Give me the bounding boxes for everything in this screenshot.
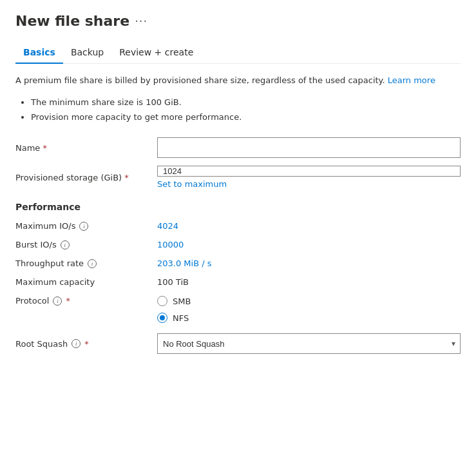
- root-squash-select[interactable]: No Root Squash Root Squash All Squash: [157, 333, 461, 354]
- protocol-required: *: [66, 296, 70, 306]
- perf-value-throughput: 203.0 MiB / s: [157, 258, 212, 268]
- perf-row-max-ios: Maximum IO/s i 4024: [15, 221, 461, 231]
- learn-more-link[interactable]: Learn more: [388, 75, 435, 85]
- provisioned-input[interactable]: [157, 166, 461, 177]
- perf-row-burst-ios: Burst IO/s i 10000: [15, 240, 461, 249]
- tab-basics[interactable]: Basics: [15, 42, 63, 64]
- bullet-item-1: The minimum share size is 100 GiB.: [31, 95, 461, 110]
- name-required: *: [43, 143, 48, 153]
- perf-value-max-ios: 4024: [157, 221, 178, 231]
- info-banner: A premium file share is billed by provis…: [15, 74, 461, 87]
- perf-label-throughput: Throughput rate i: [15, 258, 157, 268]
- info-icon-root-squash[interactable]: i: [71, 339, 81, 348]
- provisioned-field-stack: Set to maximum: [157, 166, 461, 189]
- protocol-nfs-label: NFS: [173, 313, 189, 323]
- protocol-nfs-option[interactable]: NFS: [157, 313, 191, 323]
- info-icon-protocol[interactable]: i: [53, 297, 62, 306]
- info-icon-max-ios[interactable]: i: [79, 222, 88, 231]
- protocol-label: Protocol i *: [15, 296, 157, 306]
- tab-review-create[interactable]: Review + create: [111, 42, 201, 64]
- protocol-nfs-radio[interactable]: [157, 313, 167, 323]
- performance-section-title: Performance: [15, 202, 461, 212]
- bullet-list: The minimum share size is 100 GiB. Provi…: [15, 95, 461, 125]
- info-icon-burst-ios[interactable]: i: [61, 240, 70, 249]
- perf-label-burst-ios: Burst IO/s i: [15, 240, 157, 249]
- root-squash-label: Root Squash i *: [15, 339, 157, 349]
- root-squash-field-row: Root Squash i * No Root Squash Root Squa…: [15, 333, 461, 354]
- protocol-field-row: Protocol i * SMB NFS: [15, 296, 461, 323]
- protocol-radio-group: SMB NFS: [157, 296, 191, 323]
- name-field-row: Name *: [15, 137, 461, 158]
- set-to-maximum-link[interactable]: Set to maximum: [157, 179, 461, 189]
- form-section: Name * Provisioned storage (GiB) * Set t…: [15, 137, 461, 189]
- tab-bar: Basics Backup Review + create: [15, 42, 461, 64]
- protocol-smb-option[interactable]: SMB: [157, 296, 191, 306]
- perf-row-max-capacity: Maximum capacity 100 TiB: [15, 277, 461, 287]
- perf-value-burst-ios: 10000: [157, 240, 184, 249]
- protocol-smb-radio[interactable]: [157, 296, 167, 306]
- performance-fields: Maximum IO/s i 4024 Burst IO/s i 10000 T…: [15, 221, 461, 287]
- more-options-icon[interactable]: ···: [135, 14, 148, 28]
- perf-value-max-capacity: 100 TiB: [157, 277, 189, 287]
- name-label: Name *: [15, 143, 157, 153]
- info-icon-throughput[interactable]: i: [88, 259, 97, 268]
- provisioned-required: *: [124, 173, 129, 182]
- page-header: New file share ···: [15, 13, 461, 29]
- perf-row-throughput: Throughput rate i 203.0 MiB / s: [15, 258, 461, 268]
- protocol-nfs-radio-dot: [160, 315, 165, 320]
- page-title: New file share: [15, 13, 129, 29]
- perf-label-max-capacity: Maximum capacity: [15, 277, 157, 287]
- provisioned-field-row: Provisioned storage (GiB) * Set to maxim…: [15, 166, 461, 189]
- info-banner-text: A premium file share is billed by provis…: [15, 75, 385, 85]
- bullet-item-2: Provision more capacity to get more perf…: [31, 110, 461, 124]
- protocol-smb-label: SMB: [173, 297, 191, 306]
- name-input[interactable]: [157, 137, 461, 158]
- root-squash-required: *: [84, 339, 89, 349]
- root-squash-select-wrapper: No Root Squash Root Squash All Squash ▾: [157, 333, 461, 354]
- provisioned-label: Provisioned storage (GiB) *: [15, 173, 157, 182]
- perf-label-max-ios: Maximum IO/s i: [15, 221, 157, 231]
- tab-backup[interactable]: Backup: [63, 42, 111, 64]
